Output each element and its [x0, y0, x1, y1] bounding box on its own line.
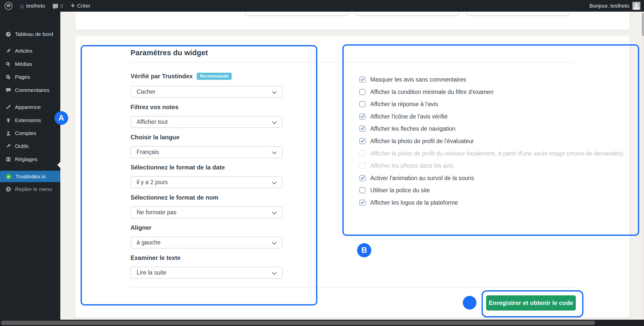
- select-name-format[interactable]: Ne formate pas: [131, 206, 283, 218]
- home-icon: ⌂: [20, 3, 24, 9]
- dashboard-icon: [6, 31, 11, 37]
- check-icon: [360, 176, 365, 180]
- field-label-language: Choisir la langue: [131, 134, 179, 141]
- plugins-icon: [6, 118, 11, 123]
- admin-bar: W ⌂ testheto 0 + Créer Bonjour, testheto: [0, 0, 644, 12]
- check-icon: [360, 114, 365, 119]
- checkbox[interactable]: [359, 200, 365, 206]
- horizontal-scrollbar-thumb[interactable]: [1, 321, 595, 325]
- check-icon: [360, 126, 365, 131]
- checkbox[interactable]: [359, 101, 365, 107]
- select-verified[interactable]: Cacher: [131, 86, 283, 98]
- sidebar-item-medias[interactable]: Médias: [0, 58, 60, 70]
- footer-divider: [131, 287, 575, 287]
- checkbox[interactable]: [359, 76, 365, 83]
- wordpress-logo-icon[interactable]: W: [5, 2, 12, 10]
- plus-icon: +: [71, 2, 75, 9]
- check-icon: [360, 200, 365, 205]
- checkbox-row[interactable]: Afficher les logos de la plateforme: [359, 199, 458, 206]
- annotation-circle-plain: [463, 296, 476, 310]
- checkbox-row[interactable]: Utiliser la police du site: [359, 186, 430, 194]
- header-divider: [131, 62, 575, 62]
- user-greeting[interactable]: Bonjour, testheto: [589, 3, 629, 9]
- check-icon: [360, 139, 365, 143]
- recommended-badge: Recommandé: [197, 73, 231, 80]
- settings-icon: [6, 157, 11, 162]
- field-label-name-format: Sélectionnez le format de nom: [131, 194, 218, 201]
- checkbox[interactable]: [359, 113, 365, 120]
- vertical-scrollbar-track: [641, 12, 644, 320]
- annotation-circle-a: A: [54, 111, 68, 125]
- checkbox-row[interactable]: Activer l'animation au survol de la sour…: [359, 174, 474, 182]
- checkbox-row: Afficher la photo de profil du réviseur …: [359, 150, 623, 157]
- field-label-date-format: Sélectionnez le format de la date: [131, 164, 225, 171]
- sidebar-item-dashboard[interactable]: Tableau de bord: [0, 28, 60, 40]
- checkbox[interactable]: [359, 175, 365, 181]
- tools-icon: [6, 143, 11, 149]
- checkbox-row[interactable]: Afficher l'icône de l'avis vérifié: [359, 113, 448, 120]
- select-review-text[interactable]: Lire la suite: [131, 267, 283, 279]
- widget-settings-card: Paramètres du widget Vérifié par Trustin…: [76, 36, 629, 317]
- save-button[interactable]: Enregistrer et obtenir le code: [486, 295, 576, 311]
- select-align[interactable]: à gauche: [131, 237, 283, 248]
- field-label-verified: Vérifié par Trustindex Recommandé: [131, 73, 232, 80]
- sidebar-item-outils[interactable]: Outils: [0, 140, 60, 152]
- sidebar-item-commentaires[interactable]: Commentaires: [0, 84, 60, 96]
- checkbox-row[interactable]: Afficher la photo de profil de l'évaluat…: [359, 137, 474, 145]
- vertical-scrollbar-thumb[interactable]: [642, 13, 644, 36]
- pin-icon: [6, 48, 11, 54]
- site-name: testheto: [26, 3, 45, 9]
- checkbox-row[interactable]: Afficher la condition minimale du filtre…: [359, 88, 493, 96]
- avatar[interactable]: [632, 2, 640, 10]
- checkbox: [359, 150, 365, 157]
- field-label-review-text: Examiner le texte: [131, 254, 180, 261]
- new-label: Créer: [77, 3, 90, 9]
- sidebar-item-articles[interactable]: Articles: [0, 45, 60, 57]
- active-menu-arrow: [57, 162, 60, 168]
- new-content-menu[interactable]: + Créer: [71, 3, 90, 9]
- site-menu[interactable]: ⌂ testheto: [20, 3, 45, 9]
- select-date-format[interactable]: il y a 2 jours: [131, 176, 283, 188]
- checkbox-row[interactable]: Masquer les avis sans commentaires: [359, 76, 466, 83]
- sidebar-collapse-menu[interactable]: Replier le menu: [0, 183, 60, 195]
- checkbox-row: Afficher les photos dans les avis: [359, 162, 453, 169]
- sidebar-item-trustindex[interactable]: Trustindex.io: [0, 171, 60, 182]
- users-icon: [6, 130, 11, 136]
- sidebar-item-reglages[interactable]: Réglages: [0, 154, 60, 165]
- appearance-icon: [6, 104, 11, 110]
- sidebar-item-apparence[interactable]: Apparence: [0, 101, 60, 113]
- wordpress-admin-page: W ⌂ testheto 0 + Créer Bonjour, testheto…: [0, 0, 644, 326]
- checkbox[interactable]: [359, 187, 365, 193]
- checkbox[interactable]: [359, 138, 365, 144]
- checkbox-row[interactable]: Afficher les fleches de navigation: [359, 125, 455, 132]
- checkbox[interactable]: [359, 126, 365, 132]
- chevron-down-icon: [272, 210, 277, 214]
- page-title: Paramètres du widget: [131, 49, 208, 57]
- field-label-rating-filter: Filtrez vos notes: [131, 104, 178, 111]
- checkbox[interactable]: [359, 89, 365, 95]
- sidebar-item-pages[interactable]: Pages: [0, 71, 60, 83]
- pages-icon: [6, 74, 11, 80]
- trustindex-check-icon: [6, 174, 12, 180]
- collapse-arrow-icon: [6, 186, 11, 192]
- select-language[interactable]: Français: [131, 146, 283, 158]
- field-label-align: Aligner: [131, 224, 152, 231]
- chevron-down-icon: [272, 270, 277, 275]
- chevron-down-icon: [272, 119, 277, 124]
- sidebar: Tableau de bord Articles Médias Pages Co…: [0, 12, 60, 320]
- comments-icon: [6, 87, 11, 93]
- comments-menu[interactable]: 0: [53, 3, 63, 9]
- chevron-down-icon: [272, 89, 277, 94]
- sidebar-item-comptes[interactable]: Comptes: [0, 127, 60, 139]
- comment-bubble-icon: [53, 4, 58, 8]
- sidebar-item-extensions[interactable]: Extensions: [0, 114, 60, 126]
- select-rating-filter[interactable]: Afficher tout: [131, 116, 283, 128]
- checkbox: [359, 163, 365, 169]
- chevron-down-icon: [272, 149, 277, 154]
- comment-count: 0: [60, 3, 63, 9]
- checkbox-row[interactable]: Afficher la réponse à l'avis: [359, 100, 438, 108]
- annotation-circle-b: B: [357, 243, 371, 257]
- chevron-down-icon: [272, 240, 277, 244]
- check-icon: [360, 77, 365, 82]
- media-icon: [6, 61, 11, 67]
